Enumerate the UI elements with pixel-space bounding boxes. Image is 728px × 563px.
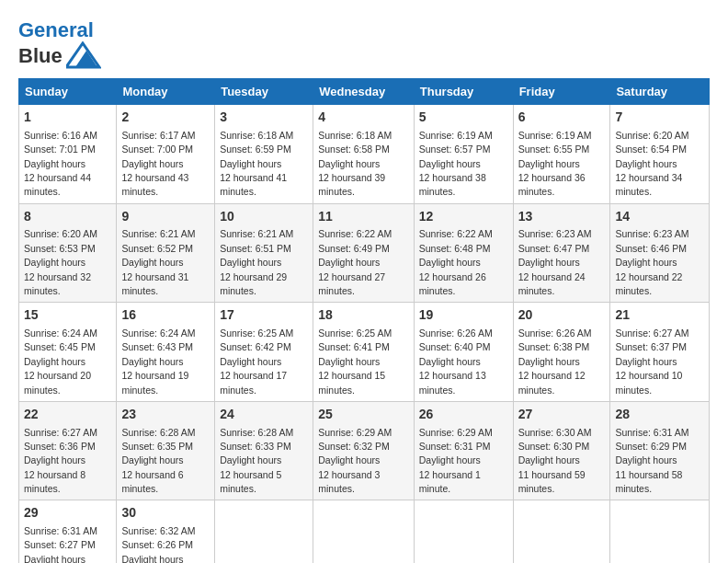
day-number: 26 <box>419 406 508 424</box>
calendar-cell: 14Sunrise: 6:23 AMSunset: 6:46 PMDayligh… <box>610 203 710 303</box>
day-number: 14 <box>615 208 704 226</box>
calendar-cell <box>610 500 710 563</box>
logo-icon <box>66 41 101 69</box>
calendar-cell: 20Sunrise: 6:26 AMSunset: 6:38 PMDayligh… <box>513 303 610 402</box>
calendar-body: 1Sunrise: 6:16 AMSunset: 7:01 PMDaylight… <box>19 105 710 563</box>
calendar-cell <box>313 500 415 563</box>
day-info: Sunrise: 6:24 AMSunset: 6:45 PMDaylight … <box>24 327 97 396</box>
col-header-monday: Monday <box>117 79 215 105</box>
day-info: Sunrise: 6:25 AMSunset: 6:41 PMDaylight … <box>318 327 392 396</box>
day-info: Sunrise: 6:21 AMSunset: 6:51 PMDaylight … <box>220 228 293 296</box>
day-info: Sunrise: 6:23 AMSunset: 6:46 PMDaylight … <box>615 228 688 296</box>
day-number: 7 <box>615 109 704 127</box>
calendar-cell: 15Sunrise: 6:24 AMSunset: 6:45 PMDayligh… <box>19 303 117 402</box>
calendar-cell: 22Sunrise: 6:27 AMSunset: 6:36 PMDayligh… <box>19 401 117 500</box>
day-number: 28 <box>615 406 704 424</box>
calendar-cell: 28Sunrise: 6:31 AMSunset: 6:29 PMDayligh… <box>610 401 710 500</box>
calendar-cell: 1Sunrise: 6:16 AMSunset: 7:01 PMDaylight… <box>19 105 117 204</box>
day-info: Sunrise: 6:20 AMSunset: 6:54 PMDaylight … <box>615 130 688 198</box>
day-info: Sunrise: 6:32 AMSunset: 6:26 PMDaylight … <box>121 525 195 563</box>
day-info: Sunrise: 6:29 AMSunset: 6:32 PMDaylight … <box>318 427 392 495</box>
day-info: Sunrise: 6:26 AMSunset: 6:38 PMDaylight … <box>518 327 592 396</box>
day-number: 6 <box>518 109 606 127</box>
day-number: 10 <box>220 208 308 226</box>
day-number: 18 <box>318 306 409 325</box>
day-number: 17 <box>220 306 308 325</box>
calendar-header: SundayMondayTuesdayWednesdayThursdayFrid… <box>19 79 710 105</box>
day-info: Sunrise: 6:31 AMSunset: 6:29 PMDaylight … <box>615 427 688 495</box>
day-number: 23 <box>121 406 210 424</box>
day-info: Sunrise: 6:31 AMSunset: 6:27 PMDaylight … <box>24 525 97 563</box>
calendar-week-5: 29Sunrise: 6:31 AMSunset: 6:27 PMDayligh… <box>19 500 710 563</box>
logo: General Blue <box>18 18 101 69</box>
calendar-cell <box>215 500 313 563</box>
calendar-cell: 26Sunrise: 6:29 AMSunset: 6:31 PMDayligh… <box>414 401 513 500</box>
page-header: General Blue <box>18 18 710 69</box>
calendar-cell: 5Sunrise: 6:19 AMSunset: 6:57 PMDaylight… <box>414 105 513 204</box>
day-info: Sunrise: 6:18 AMSunset: 6:58 PMDaylight … <box>318 130 392 198</box>
calendar-week-1: 1Sunrise: 6:16 AMSunset: 7:01 PMDaylight… <box>19 105 710 204</box>
calendar-cell: 12Sunrise: 6:22 AMSunset: 6:48 PMDayligh… <box>414 203 513 303</box>
calendar-cell: 17Sunrise: 6:25 AMSunset: 6:42 PMDayligh… <box>215 303 313 402</box>
day-info: Sunrise: 6:21 AMSunset: 6:52 PMDaylight … <box>121 228 195 296</box>
calendar-cell <box>513 500 610 563</box>
day-number: 22 <box>24 406 111 424</box>
day-info: Sunrise: 6:28 AMSunset: 6:33 PMDaylight … <box>220 427 293 495</box>
calendar-cell: 4Sunrise: 6:18 AMSunset: 6:58 PMDaylight… <box>313 105 415 204</box>
day-info: Sunrise: 6:23 AMSunset: 6:47 PMDaylight … <box>518 228 592 296</box>
calendar-cell: 8Sunrise: 6:20 AMSunset: 6:53 PMDaylight… <box>19 203 117 303</box>
col-header-sunday: Sunday <box>19 79 117 105</box>
calendar-cell: 29Sunrise: 6:31 AMSunset: 6:27 PMDayligh… <box>19 500 117 563</box>
day-info: Sunrise: 6:16 AMSunset: 7:01 PMDaylight … <box>24 130 97 198</box>
day-number: 29 <box>24 504 111 523</box>
day-number: 13 <box>518 208 606 226</box>
day-number: 1 <box>24 109 111 127</box>
calendar-cell: 30Sunrise: 6:32 AMSunset: 6:26 PMDayligh… <box>117 500 215 563</box>
day-number: 2 <box>121 109 210 127</box>
day-info: Sunrise: 6:25 AMSunset: 6:42 PMDaylight … <box>220 327 293 396</box>
day-info: Sunrise: 6:30 AMSunset: 6:30 PMDaylight … <box>518 427 592 495</box>
calendar-cell: 24Sunrise: 6:28 AMSunset: 6:33 PMDayligh… <box>215 401 313 500</box>
day-info: Sunrise: 6:27 AMSunset: 6:36 PMDaylight … <box>24 427 97 495</box>
calendar-cell: 21Sunrise: 6:27 AMSunset: 6:37 PMDayligh… <box>610 303 710 402</box>
day-number: 3 <box>220 109 308 127</box>
col-header-thursday: Thursday <box>414 79 513 105</box>
day-info: Sunrise: 6:17 AMSunset: 7:00 PMDaylight … <box>121 130 195 198</box>
calendar-cell <box>414 500 513 563</box>
header-row: SundayMondayTuesdayWednesdayThursdayFrid… <box>19 79 710 105</box>
day-number: 16 <box>121 306 210 325</box>
day-number: 19 <box>419 306 508 325</box>
calendar-cell: 9Sunrise: 6:21 AMSunset: 6:52 PMDaylight… <box>117 203 215 303</box>
day-number: 8 <box>24 208 111 226</box>
calendar-cell: 2Sunrise: 6:17 AMSunset: 7:00 PMDaylight… <box>117 105 215 204</box>
day-number: 4 <box>318 109 409 127</box>
day-info: Sunrise: 6:22 AMSunset: 6:48 PMDaylight … <box>419 228 493 296</box>
day-info: Sunrise: 6:26 AMSunset: 6:40 PMDaylight … <box>419 327 493 396</box>
calendar-cell: 16Sunrise: 6:24 AMSunset: 6:43 PMDayligh… <box>117 303 215 402</box>
calendar-cell: 3Sunrise: 6:18 AMSunset: 6:59 PMDaylight… <box>215 105 313 204</box>
col-header-saturday: Saturday <box>610 79 710 105</box>
day-info: Sunrise: 6:20 AMSunset: 6:53 PMDaylight … <box>24 228 97 296</box>
day-number: 30 <box>121 504 210 523</box>
day-info: Sunrise: 6:18 AMSunset: 6:59 PMDaylight … <box>220 130 293 198</box>
logo-blue: Blue <box>18 44 63 67</box>
day-number: 20 <box>518 306 606 325</box>
calendar-cell: 6Sunrise: 6:19 AMSunset: 6:55 PMDaylight… <box>513 105 610 204</box>
day-number: 25 <box>318 406 409 424</box>
day-number: 11 <box>318 208 409 226</box>
calendar-week-4: 22Sunrise: 6:27 AMSunset: 6:36 PMDayligh… <box>19 401 710 500</box>
day-info: Sunrise: 6:29 AMSunset: 6:31 PMDaylight … <box>419 427 493 495</box>
day-info: Sunrise: 6:24 AMSunset: 6:43 PMDaylight … <box>121 327 195 396</box>
calendar-cell: 7Sunrise: 6:20 AMSunset: 6:54 PMDaylight… <box>610 105 710 204</box>
col-header-friday: Friday <box>513 79 610 105</box>
col-header-wednesday: Wednesday <box>313 79 415 105</box>
day-number: 15 <box>24 306 111 325</box>
day-info: Sunrise: 6:19 AMSunset: 6:57 PMDaylight … <box>419 130 493 198</box>
calendar-cell: 10Sunrise: 6:21 AMSunset: 6:51 PMDayligh… <box>215 203 313 303</box>
day-number: 5 <box>419 109 508 127</box>
calendar-cell: 18Sunrise: 6:25 AMSunset: 6:41 PMDayligh… <box>313 303 415 402</box>
calendar-cell: 19Sunrise: 6:26 AMSunset: 6:40 PMDayligh… <box>414 303 513 402</box>
day-number: 21 <box>615 306 704 325</box>
day-info: Sunrise: 6:19 AMSunset: 6:55 PMDaylight … <box>518 130 592 198</box>
calendar-cell: 13Sunrise: 6:23 AMSunset: 6:47 PMDayligh… <box>513 203 610 303</box>
